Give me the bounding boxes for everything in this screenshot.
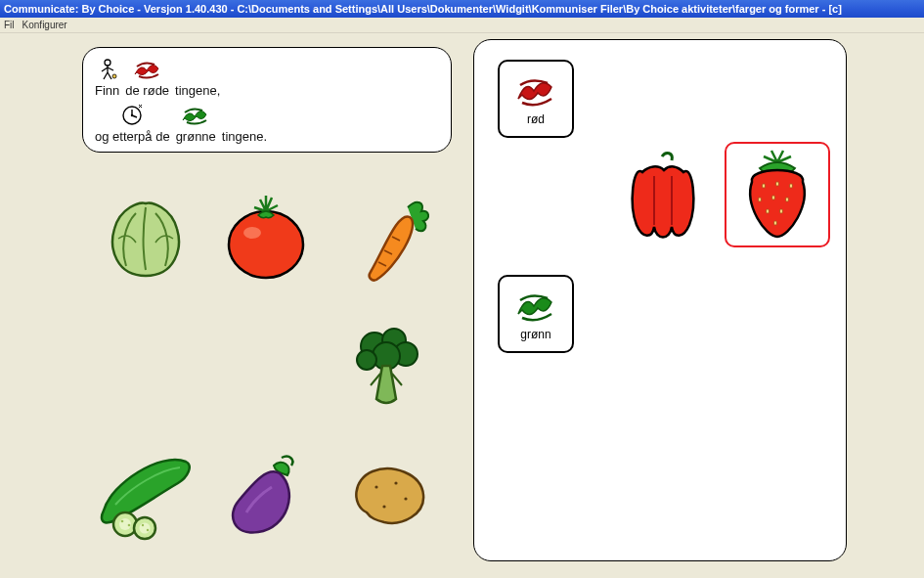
label-red: rød	[527, 112, 545, 126]
svg-point-16	[127, 524, 130, 527]
svg-point-28	[785, 198, 788, 201]
item-potato[interactable]	[332, 439, 440, 547]
svg-point-14	[139, 523, 150, 534]
svg-point-24	[775, 182, 778, 186]
svg-point-26	[758, 198, 761, 201]
category-red[interactable]: rød	[498, 60, 574, 138]
item-carrot[interactable]	[332, 185, 440, 292]
clock-icon	[119, 103, 145, 128]
svg-point-4	[229, 211, 303, 278]
svg-point-23	[762, 184, 765, 188]
red-scribble-icon	[512, 71, 559, 111]
person-search-icon	[97, 57, 118, 82]
broccoli-icon	[337, 317, 435, 415]
workspace: Finn de røde tingene,	[0, 33, 924, 578]
red-scribble-icon	[131, 57, 164, 82]
eggplant-icon	[217, 444, 315, 542]
svg-point-29	[766, 209, 769, 213]
instruction-box: Finn de røde tingene,	[82, 47, 452, 153]
instruction-row-2: og etterpå de grønne tingene.	[95, 102, 439, 144]
svg-point-22	[383, 505, 386, 508]
svg-point-3	[131, 114, 133, 116]
potato-icon	[337, 444, 435, 542]
word-derode: de røde	[125, 83, 169, 98]
item-grid	[90, 180, 442, 552]
item-cucumber[interactable]	[92, 439, 199, 547]
svg-point-19	[375, 485, 378, 488]
svg-point-1	[112, 74, 116, 78]
svg-point-27	[771, 196, 774, 200]
strawberry-icon	[732, 147, 822, 243]
tomato-icon	[217, 190, 315, 288]
label-green: grønn	[520, 328, 550, 341]
svg-point-17	[141, 524, 143, 526]
svg-point-31	[773, 221, 776, 225]
svg-point-20	[395, 481, 398, 484]
svg-point-18	[146, 529, 148, 531]
svg-point-21	[405, 497, 408, 500]
lettuce-icon	[97, 190, 195, 288]
symbol-find: Finn	[95, 56, 119, 98]
cucumber-icon	[92, 444, 199, 542]
item-lettuce[interactable]	[92, 185, 199, 292]
item-tomato[interactable]	[212, 185, 320, 292]
symbol-red: de røde	[125, 56, 169, 98]
menu-bar: Fil Konfigurer	[0, 18, 924, 33]
item-eggplant[interactable]	[212, 439, 320, 547]
answer-pepper[interactable]	[611, 142, 717, 247]
word-etterpa: og etterpå de	[95, 129, 170, 144]
svg-point-0	[105, 60, 110, 66]
window-titlebar: Communicate: By Choice - Versjon 1.40.43…	[0, 0, 924, 18]
symbol-green: grønne	[176, 102, 216, 144]
svg-point-10	[357, 350, 376, 370]
word-gronne: grønne	[176, 129, 216, 144]
symbol-after: og etterpå de	[95, 102, 170, 144]
answer-strawberry[interactable]	[725, 142, 830, 247]
instruction-panel: Finn de røde tingene,	[82, 47, 452, 153]
pepper-icon	[619, 147, 709, 243]
menu-file[interactable]: Fil	[4, 20, 15, 30]
word-tingene-2: tingene.	[222, 102, 267, 144]
green-scribble-icon	[179, 103, 212, 128]
category-green[interactable]: grønn	[498, 275, 574, 353]
instruction-row-1: Finn de røde tingene,	[95, 56, 439, 98]
word-finn: Finn	[95, 83, 119, 98]
window-title-text: Communicate: By Choice - Versjon 1.40.43…	[4, 3, 842, 15]
word-tingene-1: tingene,	[175, 56, 220, 98]
green-scribble-icon	[512, 287, 559, 326]
sorting-panel: rød	[473, 39, 847, 561]
menu-config[interactable]: Konfigurer	[22, 20, 67, 30]
svg-point-15	[120, 520, 123, 523]
svg-point-25	[789, 184, 792, 188]
svg-point-5	[243, 227, 261, 239]
item-broccoli[interactable]	[332, 312, 440, 420]
carrot-icon	[337, 190, 435, 288]
svg-point-30	[779, 209, 782, 213]
